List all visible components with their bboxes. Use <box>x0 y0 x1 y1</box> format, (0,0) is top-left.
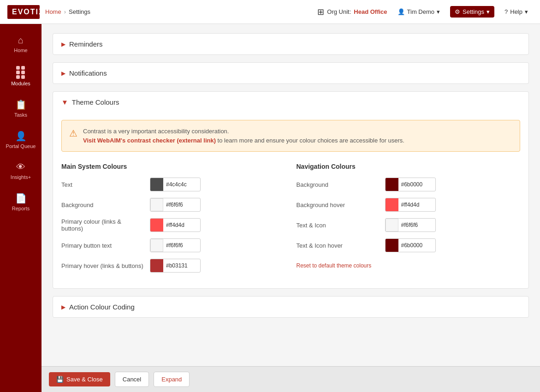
settings-icon: ⚙ <box>455 8 460 15</box>
sidebar-item-tasks[interactable]: 📋 Tasks <box>0 93 42 124</box>
sidebar-item-modules[interactable]: Modules <box>0 59 42 93</box>
reminders-section: ▶ Reminders <box>53 33 529 55</box>
org-unit: ⊞ Org Unit: Head Office <box>317 7 387 17</box>
cancel-button[interactable]: Cancel <box>115 372 149 387</box>
brand-logo: EVOTIX <box>7 5 40 19</box>
colour-input-wrap-nav-text-icon <box>385 218 436 232</box>
colour-input-wrap-primary <box>150 218 201 232</box>
colour-row-nav-bg-hover: Background hover <box>297 198 521 212</box>
colour-input-primary[interactable] <box>163 220 200 230</box>
modules-icon <box>16 66 25 79</box>
warning-text2: to learn more and ensure your colour cho… <box>216 137 404 144</box>
settings-chevron-icon: ▾ <box>487 8 490 15</box>
colour-row-nav-text-icon-hover: Text & Icon hover <box>297 238 521 252</box>
colour-input-wrap-nav-bg-hover <box>385 198 436 212</box>
theme-colours-header[interactable]: ▼ Theme Colours <box>53 92 528 113</box>
settings-menu-button[interactable]: ⚙ Settings ▾ <box>450 6 494 18</box>
colour-label-nav-bg-hover: Background hover <box>297 202 380 208</box>
save-close-label: Save & Close <box>66 376 103 383</box>
home-icon: ⌂ <box>18 35 24 46</box>
colour-row-text: Text <box>61 178 285 191</box>
user-name: Tim Demo <box>407 8 434 15</box>
reports-icon: 📄 <box>15 193 27 204</box>
colour-input-text[interactable] <box>163 179 200 190</box>
colour-input-nav-text-icon-hover[interactable] <box>398 240 435 250</box>
colour-input-bg[interactable] <box>163 200 200 210</box>
sidebar: ⌂ Home Modules 📋 Tasks 👤 Portal Queue 👁 … <box>0 24 42 392</box>
sidebar-item-home[interactable]: ⌂ Home <box>0 29 42 59</box>
sidebar-item-home-label: Home <box>14 48 27 53</box>
colour-row-nav-text-icon: Text & Icon <box>297 218 521 232</box>
action-colour-coding-chevron-icon: ▶ <box>61 304 65 310</box>
colour-swatch-text <box>150 178 163 191</box>
colour-swatch-primary-btn-text <box>150 239 163 252</box>
colour-swatch-nav-bg <box>386 178 398 191</box>
notifications-label: Notifications <box>69 69 107 77</box>
colour-input-wrap-nav-text-icon-hover <box>385 238 436 252</box>
portal-queue-icon: 👤 <box>15 131 27 142</box>
expand-button[interactable]: Expand <box>154 372 190 387</box>
colour-swatch-nav-text-icon <box>386 219 398 232</box>
settings-label: Settings <box>463 8 484 15</box>
breadcrumb-home[interactable]: Home <box>45 8 61 15</box>
colour-label-nav-text-icon: Text & Icon <box>297 222 380 229</box>
layout: ⌂ Home Modules 📋 Tasks 👤 Portal Queue 👁 … <box>0 24 540 392</box>
notifications-section: ▶ Notifications <box>53 62 529 84</box>
org-name: Head Office <box>354 8 387 15</box>
action-colour-coding-section: ▶ Action Colour Coding <box>53 296 529 318</box>
reset-default-colours-button[interactable]: Reset to default theme colours <box>297 262 372 269</box>
reminders-header[interactable]: ▶ Reminders <box>53 34 528 54</box>
colour-label-primary-hover: Primary hover (links & buttons) <box>61 262 144 269</box>
colour-input-nav-bg[interactable] <box>398 179 435 190</box>
colours-grid: Main System Colours Text Background <box>61 163 520 279</box>
topnav: EVOTIX Home › Settings ⊞ Org Unit: Head … <box>0 0 540 24</box>
colour-input-wrap-primary-btn-text <box>150 238 201 252</box>
navigation-colours-title: Navigation Colours <box>297 163 521 170</box>
main-system-colours-title: Main System Colours <box>61 163 285 170</box>
action-colour-coding-header[interactable]: ▶ Action Colour Coding <box>53 297 528 317</box>
colour-label-primary-btn-text: Primary button text <box>61 242 144 249</box>
help-icon: ? <box>504 8 508 15</box>
colour-input-primary-btn-text[interactable] <box>163 240 200 250</box>
theme-colours-body: ⚠ Contrast is a very important accessibi… <box>53 113 528 288</box>
sidebar-item-portal-queue-label: Portal Queue <box>6 143 36 149</box>
breadcrumb-separator: › <box>64 8 66 15</box>
breadcrumb: Home › Settings <box>45 8 312 15</box>
colour-swatch-nav-bg-hover <box>386 198 398 211</box>
save-close-button[interactable]: 💾 Save & Close <box>49 372 110 386</box>
theme-colours-section: ▼ Theme Colours ⚠ Contrast is a very imp… <box>53 91 529 289</box>
colour-row-primary-hover: Primary hover (links & buttons) <box>61 259 285 273</box>
webAIM-link[interactable]: Visit WebAIM's contrast checker (externa… <box>83 137 216 144</box>
save-icon: 💾 <box>56 376 64 383</box>
sidebar-item-portal-queue[interactable]: 👤 Portal Queue <box>0 124 42 155</box>
sidebar-item-insights[interactable]: 👁 Insights+ <box>0 155 42 186</box>
user-icon: 👤 <box>398 8 405 15</box>
sidebar-item-tasks-label: Tasks <box>14 112 27 118</box>
colour-input-primary-hover[interactable] <box>163 261 200 271</box>
navigation-colours: Navigation Colours Background Background… <box>297 163 521 279</box>
colour-input-wrap-text <box>150 178 201 191</box>
help-menu-button[interactable]: ? Help ▾ <box>500 6 533 18</box>
breadcrumb-current: Settings <box>69 8 90 15</box>
colour-input-nav-bg-hover[interactable] <box>398 200 435 210</box>
colour-label-nav-text-icon-hover: Text & Icon hover <box>297 242 380 249</box>
colour-input-wrap-nav-bg <box>385 178 436 191</box>
reminders-label: Reminders <box>69 40 103 48</box>
notifications-chevron-icon: ▶ <box>61 70 65 77</box>
topnav-right: ⊞ Org Unit: Head Office 👤 Tim Demo ▾ ⚙ S… <box>317 6 533 18</box>
main-system-colours: Main System Colours Text Background <box>61 163 285 279</box>
theme-colours-label: Theme Colours <box>72 98 119 106</box>
colour-input-nav-text-icon[interactable] <box>398 220 435 230</box>
colour-label-text: Text <box>61 181 144 188</box>
reminders-chevron-icon: ▶ <box>61 41 65 48</box>
sidebar-item-reports[interactable]: 📄 Reports <box>0 186 42 218</box>
warning-text: Contrast is a very important accessibili… <box>83 127 404 145</box>
action-colour-coding-label: Action Colour Coding <box>69 303 135 311</box>
colour-row-primary: Primary colour (links & buttons) <box>61 218 285 232</box>
colour-row-primary-btn-text: Primary button text <box>61 238 285 252</box>
user-menu-button[interactable]: 👤 Tim Demo ▾ <box>393 6 445 18</box>
colour-swatch-primary <box>150 219 163 232</box>
colour-swatch-primary-hover <box>150 259 163 272</box>
sidebar-item-modules-label: Modules <box>11 81 30 86</box>
notifications-header[interactable]: ▶ Notifications <box>53 63 528 83</box>
